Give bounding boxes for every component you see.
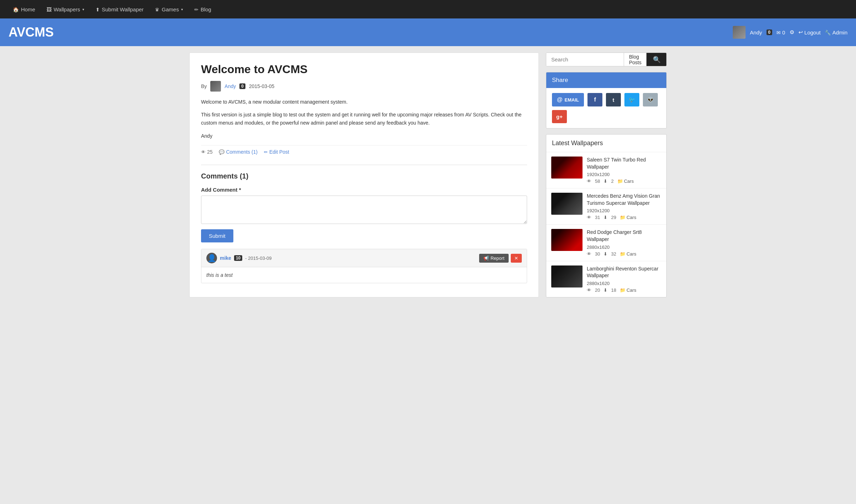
upload-icon: [96, 6, 100, 12]
wallpaper-cat-label: Cars: [627, 287, 636, 293]
folder-icon: 📁: [617, 179, 623, 184]
post-paragraph-1: Welcome to AVCMS, a new modular content …: [201, 98, 527, 106]
chevron-down-icon: ▾: [82, 7, 84, 11]
wallpaper-views: 58: [595, 179, 600, 184]
user-badge: 0: [766, 29, 773, 35]
share-reddit-button[interactable]: 👽: [643, 93, 658, 106]
search-widget: Blog Posts 🔍: [546, 53, 667, 66]
share-email-button[interactable]: @ EMAIL: [552, 93, 584, 106]
wallpaper-downloads: 29: [611, 215, 616, 220]
nav-wallpapers-label: Wallpapers: [54, 6, 80, 12]
admin-label: Admin: [832, 29, 847, 35]
share-googleplus-button[interactable]: g+: [552, 110, 567, 123]
logout-label: Logout: [804, 29, 821, 35]
share-facebook-button[interactable]: f: [587, 93, 602, 106]
share-widget: Share @ EMAIL f t 🐦 👽: [546, 72, 667, 128]
messages-link[interactable]: 0: [776, 29, 785, 35]
wallpaper-info: Red Dodge Charger Srt8 Wallpaper 2880x16…: [587, 229, 661, 256]
username-link[interactable]: Andy: [750, 29, 762, 35]
wallpaper-downloads: 2: [611, 179, 613, 184]
wallpaper-size: 2880x1620: [587, 245, 661, 250]
comment-icon: [219, 149, 224, 155]
nav-home-label: Home: [21, 6, 35, 12]
share-twitter-button[interactable]: 🐦: [624, 93, 639, 106]
image-icon: [47, 6, 52, 12]
nav-games[interactable]: Games ▾: [149, 1, 188, 17]
report-button[interactable]: Report: [479, 254, 509, 263]
delete-comment-button[interactable]: ✕: [511, 254, 522, 263]
share-body: @ EMAIL f t 🐦 👽 g+: [546, 88, 666, 128]
comments-link[interactable]: Comments (1): [219, 149, 258, 155]
downloads-icon: ⬇: [603, 287, 607, 293]
wallpaper-title[interactable]: Lamborghini Reventon Supercar Wallpaper: [587, 265, 661, 279]
header-user-area: Andy 0 0 Logout Admin: [733, 26, 847, 39]
wallpaper-thumb[interactable]: [551, 265, 583, 287]
post-content: Welcome to AVCMS By Andy 0 2015-03-05 We…: [189, 53, 539, 297]
wallpaper-meta: 👁 20 ⬇ 18 📁 Cars: [587, 287, 661, 293]
nav-submit-label: Submit Wallpaper: [102, 6, 144, 12]
folder-icon: 📁: [620, 215, 625, 220]
admin-link[interactable]: Admin: [825, 29, 847, 35]
wallpaper-thumb[interactable]: [551, 193, 583, 215]
author-badge: 0: [239, 83, 245, 89]
site-header: AVCMS Andy 0 0 Logout Admin: [0, 18, 856, 46]
wallpaper-cat-label: Cars: [624, 179, 634, 184]
share-header: Share: [546, 72, 666, 88]
share-tumblr-button[interactable]: t: [606, 93, 621, 106]
comment-textarea[interactable]: [201, 196, 527, 224]
comments-title: Comments (1): [201, 172, 527, 180]
sidebar: Blog Posts 🔍 Share @ EMAIL f t: [546, 53, 667, 297]
wallpaper-title[interactable]: Saleen S7 Twin Turbo Red Wallpaper: [587, 157, 661, 170]
wallpaper-category[interactable]: 📁 Cars: [617, 179, 634, 184]
settings-link[interactable]: [790, 29, 794, 35]
wallpaper-item: Saleen S7 Twin Turbo Red Wallpaper 1920x…: [546, 152, 666, 188]
add-comment-label: Add Comment *: [201, 187, 527, 193]
views-count: 25: [207, 149, 213, 155]
search-input[interactable]: [546, 53, 624, 66]
comment-actions: Report ✕: [479, 254, 522, 263]
top-navigation: Home Wallpapers ▾ Submit Wallpaper Games…: [0, 0, 856, 18]
wallpaper-category[interactable]: 📁 Cars: [620, 251, 636, 257]
wallpaper-category[interactable]: 📁 Cars: [620, 287, 636, 293]
report-icon: [483, 256, 489, 261]
post-title: Welcome to AVCMS: [201, 63, 527, 76]
wallpaper-views: 31: [595, 215, 600, 220]
logout-link[interactable]: Logout: [798, 29, 821, 35]
wallpaper-category[interactable]: 📁 Cars: [620, 215, 636, 220]
post-paragraph-2: This first version is just a simple blog…: [201, 111, 527, 127]
comment-item: 👤 mike 10 - 2015-03-09 Report ✕ this is …: [201, 249, 527, 283]
wallpaper-item: Red Dodge Charger Srt8 Wallpaper 2880x16…: [546, 225, 666, 261]
wallpaper-title[interactable]: Mercedes Benz Amg Vision Gran Turismo Su…: [587, 193, 661, 207]
post-author-avatar: [210, 81, 221, 92]
comment-header: 👤 mike 10 - 2015-03-09 Report ✕: [201, 249, 527, 267]
wallpaper-thumb[interactable]: [551, 229, 583, 251]
search-dropdown[interactable]: Blog Posts: [624, 53, 646, 66]
chevron-down-icon-games: ▾: [181, 7, 183, 11]
reddit-icon: 👽: [647, 97, 654, 103]
comment-username[interactable]: mike: [220, 255, 231, 261]
views-icon: 👁: [587, 179, 591, 184]
post-author-link[interactable]: Andy: [224, 83, 236, 89]
wallpaper-info: Mercedes Benz Amg Vision Gran Turismo Su…: [587, 193, 661, 220]
nav-games-label: Games: [162, 6, 179, 12]
edit-post-link[interactable]: Edit Post: [264, 149, 289, 155]
eye-icon: [201, 149, 206, 155]
submit-comment-button[interactable]: Submit: [201, 229, 233, 242]
wallpaper-thumb[interactable]: [551, 157, 583, 179]
comments-link-label: Comments (1): [226, 149, 258, 155]
nav-wallpapers[interactable]: Wallpapers ▾: [41, 1, 90, 17]
folder-icon: 📁: [620, 251, 625, 257]
nav-submit-wallpaper[interactable]: Submit Wallpaper: [90, 1, 150, 17]
wallpaper-info: Saleen S7 Twin Turbo Red Wallpaper 1920x…: [587, 157, 661, 184]
wallpaper-title[interactable]: Red Dodge Charger Srt8 Wallpaper: [587, 229, 661, 243]
post-divider: [201, 165, 527, 165]
post-date: 2015-03-05: [249, 83, 275, 89]
search-dropdown-label: Blog Posts: [629, 54, 641, 65]
nav-blog[interactable]: Blog: [189, 1, 217, 17]
wallpaper-meta: 👁 58 ⬇ 2 📁 Cars: [587, 179, 661, 184]
latest-wallpapers-widget: Latest Wallpapers Saleen S7 Twin Turbo R…: [546, 134, 667, 297]
share-email-label: EMAIL: [565, 97, 579, 103]
search-button[interactable]: 🔍: [646, 53, 667, 66]
message-icon: [776, 29, 781, 35]
nav-home[interactable]: Home: [7, 1, 41, 17]
